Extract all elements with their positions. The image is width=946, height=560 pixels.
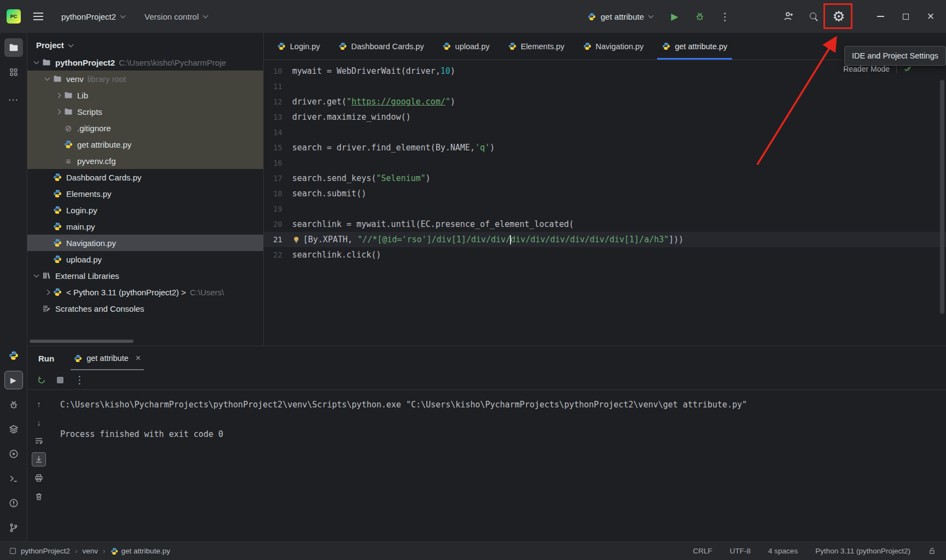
- code-line[interactable]: 21[By.XPATH, "//*[@id='rso']/div[1]/div/…: [264, 232, 946, 247]
- tree-item[interactable]: Lib: [27, 87, 263, 103]
- line-number: 14: [264, 125, 292, 140]
- settings-button[interactable]: ⚙: [830, 8, 848, 25]
- reader-mode-toggle[interactable]: Reader Mode: [843, 65, 912, 73]
- tool-run-button[interactable]: ▶: [4, 371, 23, 389]
- tree-item[interactable]: ⊘.gitignore: [27, 120, 263, 136]
- editor-tab[interactable]: Navigation.py: [574, 33, 653, 60]
- code-line[interactable]: 18search.submit(): [264, 186, 946, 201]
- close-tab-icon[interactable]: ×: [136, 354, 141, 363]
- code-line[interactable]: 15search = driver.find_element(By.NAME,'…: [264, 140, 946, 155]
- pycharm-logo: PC: [7, 9, 21, 24]
- breadcrumb-item[interactable]: pythonProject2: [21, 547, 70, 555]
- console-more-button[interactable]: ⋮: [74, 375, 85, 385]
- editor-tab[interactable]: upload.py: [433, 33, 499, 60]
- code-line[interactable]: 16: [264, 155, 946, 171]
- editor-tab[interactable]: Dashboard Cards.py: [329, 33, 433, 60]
- code-line[interactable]: 20searchlink = mywait.until(EC.presence_…: [264, 217, 946, 232]
- python-icon: [51, 206, 63, 214]
- more-actions-button[interactable]: ⋮: [716, 8, 734, 25]
- console-output[interactable]: C:\Users\kisho\PycharmProjects\pythonPro…: [50, 390, 946, 541]
- tool-version-control-button[interactable]: [4, 518, 23, 537]
- tree-item[interactable]: pythonProject2C:\Users\kisho\PycharmProj…: [27, 54, 263, 71]
- scroll-to-end-button[interactable]: [32, 452, 46, 466]
- git-branch-icon: [9, 523, 19, 533]
- minimize-button[interactable]: [872, 8, 889, 25]
- tree-item[interactable]: ≡pyvenv.cfg: [27, 153, 263, 169]
- code-with-me-button[interactable]: [780, 8, 797, 25]
- annotation-highlight-box: [823, 3, 852, 29]
- trash-icon: [34, 492, 43, 501]
- editor-tab[interactable]: get attribute.py: [653, 33, 736, 60]
- tree-item[interactable]: External Libraries: [27, 267, 263, 284]
- rerun-button[interactable]: [37, 376, 46, 384]
- debug-button[interactable]: [691, 8, 709, 25]
- code-line[interactable]: 11: [264, 79, 946, 94]
- chevron-right-icon[interactable]: [44, 289, 50, 295]
- code-region[interactable]: 10mywait = WebDriverWait(driver,10)1112d…: [264, 60, 946, 346]
- run-button[interactable]: ▶: [666, 8, 683, 25]
- tree-item[interactable]: Scripts: [27, 103, 263, 120]
- intention-bulb-icon[interactable]: [292, 236, 301, 244]
- code-line[interactable]: 17search.send_keys("Selenium"): [264, 171, 946, 186]
- soft-wrap-button[interactable]: [32, 434, 46, 448]
- code-line[interactable]: 13driver.maximize_window(): [264, 109, 946, 125]
- tree-item[interactable]: Elements.py: [27, 185, 263, 202]
- run-tab[interactable]: get attribute ×: [74, 346, 141, 370]
- tool-python-packages-button[interactable]: [4, 346, 23, 365]
- tree-item[interactable]: upload.py: [27, 251, 263, 267]
- editor-tab[interactable]: Elements.py: [499, 33, 574, 60]
- tool-terminal-button[interactable]: [4, 469, 23, 488]
- tool-structure-button[interactable]: [4, 63, 23, 81]
- lock-icon[interactable]: [928, 547, 936, 555]
- tree-item[interactable]: main.py: [27, 218, 263, 235]
- tool-debug-button[interactable]: [4, 395, 23, 414]
- project-horizontal-scrollbar[interactable]: [30, 340, 134, 343]
- tree-item[interactable]: < Python 3.11 (pythonProject2) >C:\Users…: [27, 284, 263, 300]
- tree-item[interactable]: Scratches and Consoles: [27, 300, 263, 317]
- chevron-right-icon[interactable]: [55, 109, 61, 114]
- code-line[interactable]: 22searchlink.click(): [264, 247, 946, 262]
- tree-item[interactable]: venvlibrary root: [27, 71, 263, 87]
- chevron-right-icon[interactable]: [55, 92, 61, 98]
- editor-tab[interactable]: Login.py: [268, 33, 329, 60]
- tree-item[interactable]: Navigation.py: [27, 235, 263, 251]
- search-everywhere-button[interactable]: [805, 8, 822, 25]
- tree-item-label: pythonProject2: [55, 58, 115, 67]
- tree-item[interactable]: Login.py: [27, 202, 263, 218]
- run-configuration-selector[interactable]: get attribute: [582, 8, 658, 25]
- tree-item-label: pyvenv.cfg: [77, 156, 116, 166]
- main-menu-button[interactable]: [30, 8, 47, 25]
- inspections-ok-icon[interactable]: [903, 65, 912, 73]
- indent-widget[interactable]: 4 spaces: [768, 547, 798, 555]
- console-down-button[interactable]: ↓: [32, 415, 46, 429]
- tool-run-anything-button[interactable]: [4, 445, 23, 463]
- project-widget[interactable]: pythonProject2: [56, 8, 130, 25]
- code-line[interactable]: 12driver.get("https://google.com/"): [264, 94, 946, 109]
- encoding-widget[interactable]: UTF-8: [730, 547, 751, 555]
- tool-services-button[interactable]: [4, 420, 23, 439]
- clear-console-button[interactable]: [32, 489, 46, 504]
- interpreter-widget[interactable]: Python 3.11 (pythonProject2): [815, 547, 910, 555]
- vcs-widget[interactable]: Version control: [139, 8, 213, 25]
- stop-button[interactable]: [57, 377, 63, 383]
- maximize-button[interactable]: [897, 8, 914, 25]
- code-line[interactable]: 14: [264, 125, 946, 140]
- breadcrumb-item[interactable]: venv: [83, 547, 98, 555]
- editor-scrollbar[interactable]: [940, 80, 944, 314]
- chevron-down-icon[interactable]: [33, 272, 39, 278]
- tree-item[interactable]: Dashboard Cards.py: [27, 169, 263, 185]
- line-ending-widget[interactable]: CRLF: [693, 547, 712, 555]
- python-icon: [51, 173, 63, 182]
- close-button[interactable]: ×: [922, 8, 939, 25]
- tool-more-button[interactable]: …: [4, 88, 23, 106]
- print-button[interactable]: [32, 471, 46, 485]
- chevron-down-icon[interactable]: [33, 59, 39, 65]
- code-line[interactable]: 19: [264, 201, 946, 217]
- project-panel-header[interactable]: Project: [27, 35, 263, 54]
- breadcrumb-item[interactable]: get attribute.py: [111, 547, 170, 555]
- tool-problems-button[interactable]: [4, 494, 23, 512]
- console-up-button[interactable]: ↑: [32, 396, 46, 411]
- tree-item[interactable]: get attribute.py: [27, 136, 263, 153]
- chevron-down-icon[interactable]: [44, 75, 50, 81]
- tool-project-button[interactable]: [4, 38, 23, 57]
